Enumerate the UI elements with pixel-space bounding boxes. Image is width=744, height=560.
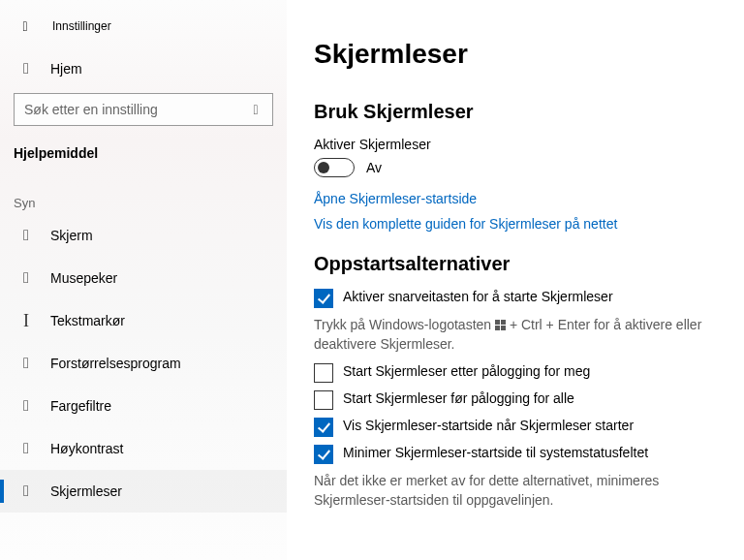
sidebar:  Innstillinger  Hjem  Hjelpemiddel Sy…: [0, 0, 287, 560]
sidebar-item-label: Hjem: [50, 61, 82, 77]
sidebar-group-title: Hjelpemiddel: [0, 126, 287, 167]
contrast-icon: : [17, 440, 35, 457]
checkbox-start-before-signin[interactable]: [314, 390, 333, 410]
sidebar-item-home[interactable]:  Hjem: [0, 50, 287, 87]
cursor-icon: : [17, 269, 35, 287]
search-input[interactable]: : [14, 93, 273, 126]
checkbox-shortcut-start[interactable]: [314, 289, 333, 308]
search-container: : [0, 87, 287, 126]
search-field[interactable]: [24, 102, 247, 117]
windows-logo-icon: [495, 320, 506, 330]
toggle-label: Aktiver Skjermleser: [314, 137, 717, 152]
link-open-narrator-home[interactable]: Åpne Skjermleser-startside: [314, 191, 717, 206]
hint-minimize: Når det ikke er merket av for dette alte…: [314, 472, 717, 510]
link-narrator-guide-online[interactable]: Vis den komplette guiden for Skjermleser…: [314, 216, 717, 232]
sidebar-item-label: Høykontrast: [50, 441, 123, 456]
narrator-icon: : [17, 482, 35, 500]
checkbox-start-after-signin[interactable]: [314, 363, 333, 383]
magnifier-icon: : [17, 355, 35, 372]
toggle-state: Av: [366, 160, 382, 175]
sidebar-item-label: Musepeker: [50, 270, 117, 286]
sidebar-item-label: Tekstmarkør: [50, 313, 125, 328]
sidebar-item-display[interactable]:  Skjerm: [0, 214, 287, 257]
sidebar-item-label: Forstørrelsesprogram: [50, 356, 181, 371]
sidebar-item-magnifier[interactable]:  Forstørrelsesprogram: [0, 342, 287, 385]
checkbox-label: Minimer Skjermleser-startside til system…: [343, 445, 648, 460]
narrator-toggle[interactable]: [314, 158, 355, 177]
search-icon: : [247, 101, 264, 118]
sidebar-item-mouse-pointer[interactable]:  Musepeker: [0, 257, 287, 299]
sidebar-item-label: Skjerm: [50, 228, 93, 243]
section-startup-options: Oppstartsalternativer: [314, 253, 717, 275]
titlebar:  Innstillinger: [0, 14, 287, 39]
checkbox-minimize-to-tray[interactable]: [314, 445, 333, 464]
sidebar-item-high-contrast[interactable]:  Høykontrast: [0, 427, 287, 470]
page-title: Skjermleser: [314, 39, 717, 70]
app-title: Innstillinger: [52, 19, 111, 33]
hint-shortcut: Trykk på Windows-logotasten + Ctrl + Ent…: [314, 316, 717, 354]
sidebar-item-color-filters[interactable]:  Fargefiltre: [0, 385, 287, 427]
section-use-narrator: Bruk Skjermleser: [314, 101, 717, 123]
home-icon: : [17, 60, 35, 78]
sidebar-item-narrator[interactable]:  Skjermleser: [0, 470, 287, 513]
sidebar-item-text-cursor[interactable]: I Tekstmarkør: [0, 299, 287, 342]
checkbox-label: Start Skjermleser etter pålogging for me…: [343, 363, 590, 379]
sidebar-item-label: Skjermleser: [50, 483, 122, 499]
checkbox-label: Vis Skjermleser-startside når Skjermlese…: [343, 418, 634, 433]
sidebar-item-label: Fargefiltre: [50, 398, 111, 414]
monitor-icon: : [17, 227, 35, 244]
checkbox-show-narrator-home[interactable]: [314, 418, 333, 437]
text-cursor-icon: I: [17, 312, 35, 329]
checkbox-label: Start Skjermleser før pålogging for alle: [343, 390, 574, 406]
back-button[interactable]: : [12, 13, 39, 40]
main-content: Skjermleser Bruk Skjermleser Aktiver Skj…: [287, 0, 744, 560]
checkbox-label: Aktiver snarveitasten for å starte Skjer…: [343, 289, 613, 304]
sidebar-subgroup-title: Syn: [0, 167, 287, 214]
color-filter-icon: : [17, 397, 35, 415]
